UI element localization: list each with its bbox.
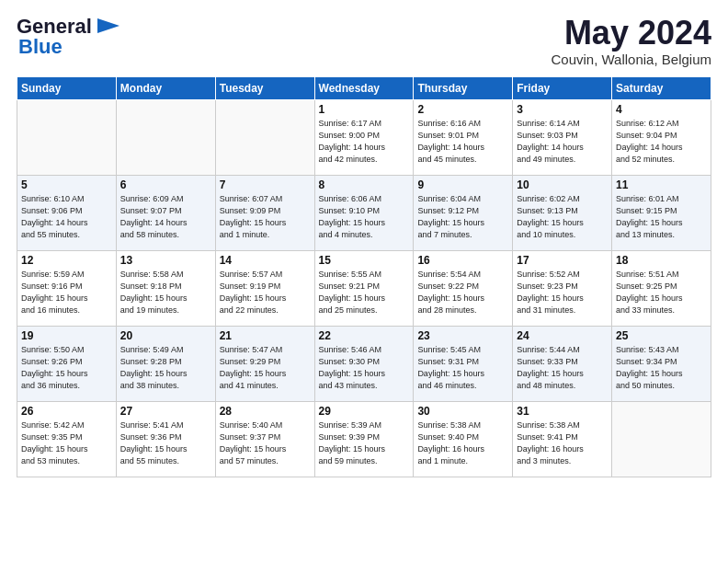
day-number: 21	[220, 329, 311, 342]
col-header-sunday: Sunday	[17, 76, 117, 99]
col-header-wednesday: Wednesday	[314, 76, 414, 99]
day-info: Sunrise: 6:14 AM Sunset: 9:03 PM Dayligh…	[517, 118, 608, 166]
logo-arrow-icon	[94, 17, 119, 37]
day-number: 11	[616, 178, 707, 191]
calendar-cell: 26Sunrise: 5:42 AM Sunset: 9:35 PM Dayli…	[17, 401, 117, 477]
day-number: 27	[120, 405, 211, 418]
day-info: Sunrise: 5:45 AM Sunset: 9:31 PM Dayligh…	[417, 344, 508, 392]
day-number: 22	[319, 329, 410, 342]
calendar-cell: 21Sunrise: 5:47 AM Sunset: 9:29 PM Dayli…	[215, 326, 314, 401]
day-info: Sunrise: 5:54 AM Sunset: 9:22 PM Dayligh…	[417, 269, 508, 316]
day-number: 13	[120, 254, 211, 267]
calendar-cell	[116, 99, 215, 175]
day-number: 4	[616, 103, 707, 116]
calendar-cell: 17Sunrise: 5:52 AM Sunset: 9:23 PM Dayli…	[513, 250, 612, 326]
day-info: Sunrise: 5:47 AM Sunset: 9:29 PM Dayligh…	[220, 344, 311, 392]
day-number: 18	[616, 254, 707, 267]
day-info: Sunrise: 6:17 AM Sunset: 9:00 PM Dayligh…	[319, 118, 410, 166]
header: General Blue May 2024 Couvin, Wallonia, …	[17, 15, 711, 67]
day-number: 24	[517, 329, 608, 342]
calendar-cell: 4Sunrise: 6:12 AM Sunset: 9:04 PM Daylig…	[612, 99, 711, 175]
calendar-cell: 5Sunrise: 6:10 AM Sunset: 9:06 PM Daylig…	[17, 175, 117, 250]
day-info: Sunrise: 5:38 AM Sunset: 9:41 PM Dayligh…	[517, 419, 608, 467]
day-number: 30	[417, 405, 508, 418]
day-number: 19	[21, 329, 112, 342]
calendar-cell: 7Sunrise: 6:07 AM Sunset: 9:09 PM Daylig…	[215, 175, 314, 250]
calendar-cell: 30Sunrise: 5:38 AM Sunset: 9:40 PM Dayli…	[414, 401, 513, 477]
day-number: 10	[517, 178, 608, 191]
day-info: Sunrise: 5:38 AM Sunset: 9:40 PM Dayligh…	[417, 419, 508, 467]
day-info: Sunrise: 5:52 AM Sunset: 9:23 PM Dayligh…	[517, 269, 608, 316]
day-info: Sunrise: 5:40 AM Sunset: 9:37 PM Dayligh…	[220, 419, 311, 467]
day-number: 2	[417, 103, 508, 116]
calendar-cell: 11Sunrise: 6:01 AM Sunset: 9:15 PM Dayli…	[612, 175, 711, 250]
calendar-cell: 15Sunrise: 5:55 AM Sunset: 9:21 PM Dayli…	[314, 250, 414, 326]
week-row-5: 26Sunrise: 5:42 AM Sunset: 9:35 PM Dayli…	[17, 401, 711, 477]
day-info: Sunrise: 5:51 AM Sunset: 9:25 PM Dayligh…	[616, 269, 707, 316]
page: General Blue May 2024 Couvin, Wallonia, …	[0, 0, 728, 563]
day-number: 26	[21, 405, 112, 418]
calendar-cell: 28Sunrise: 5:40 AM Sunset: 9:37 PM Dayli…	[215, 401, 314, 477]
calendar-cell: 29Sunrise: 5:39 AM Sunset: 9:39 PM Dayli…	[314, 401, 414, 477]
calendar-cell: 16Sunrise: 5:54 AM Sunset: 9:22 PM Dayli…	[414, 250, 513, 326]
day-number: 29	[319, 405, 410, 418]
day-number: 14	[220, 254, 311, 267]
calendar-cell: 10Sunrise: 6:02 AM Sunset: 9:13 PM Dayli…	[513, 175, 612, 250]
title-block: May 2024 Couvin, Wallonia, Belgium	[551, 15, 711, 67]
day-info: Sunrise: 5:58 AM Sunset: 9:18 PM Dayligh…	[120, 269, 211, 316]
calendar-cell: 22Sunrise: 5:46 AM Sunset: 9:30 PM Dayli…	[314, 326, 414, 401]
col-header-monday: Monday	[116, 76, 215, 99]
day-info: Sunrise: 6:16 AM Sunset: 9:01 PM Dayligh…	[417, 118, 508, 166]
logo-blue: Blue	[18, 35, 63, 59]
day-info: Sunrise: 5:46 AM Sunset: 9:30 PM Dayligh…	[319, 344, 410, 392]
day-info: Sunrise: 6:10 AM Sunset: 9:06 PM Dayligh…	[21, 193, 112, 241]
day-number: 1	[319, 103, 410, 116]
calendar-cell: 12Sunrise: 5:59 AM Sunset: 9:16 PM Dayli…	[17, 250, 117, 326]
col-header-tuesday: Tuesday	[215, 76, 314, 99]
calendar-cell: 13Sunrise: 5:58 AM Sunset: 9:18 PM Dayli…	[116, 250, 215, 326]
day-info: Sunrise: 5:39 AM Sunset: 9:39 PM Dayligh…	[319, 419, 410, 467]
calendar-cell: 18Sunrise: 5:51 AM Sunset: 9:25 PM Dayli…	[612, 250, 711, 326]
calendar-cell: 3Sunrise: 6:14 AM Sunset: 9:03 PM Daylig…	[513, 99, 612, 175]
calendar-cell: 31Sunrise: 5:38 AM Sunset: 9:41 PM Dayli…	[513, 401, 612, 477]
day-info: Sunrise: 6:04 AM Sunset: 9:12 PM Dayligh…	[417, 193, 508, 241]
calendar-cell: 1Sunrise: 6:17 AM Sunset: 9:00 PM Daylig…	[314, 99, 414, 175]
col-header-thursday: Thursday	[414, 76, 513, 99]
day-info: Sunrise: 5:42 AM Sunset: 9:35 PM Dayligh…	[21, 419, 112, 467]
day-info: Sunrise: 6:02 AM Sunset: 9:13 PM Dayligh…	[517, 193, 608, 241]
month-title: May 2024	[551, 15, 711, 52]
week-row-4: 19Sunrise: 5:50 AM Sunset: 9:26 PM Dayli…	[17, 326, 711, 401]
calendar-cell	[612, 401, 711, 477]
week-row-2: 5Sunrise: 6:10 AM Sunset: 9:06 PM Daylig…	[17, 175, 711, 250]
calendar-cell: 20Sunrise: 5:49 AM Sunset: 9:28 PM Dayli…	[116, 326, 215, 401]
calendar-cell	[17, 99, 117, 175]
day-info: Sunrise: 5:55 AM Sunset: 9:21 PM Dayligh…	[319, 269, 410, 316]
calendar-cell: 6Sunrise: 6:09 AM Sunset: 9:07 PM Daylig…	[116, 175, 215, 250]
day-info: Sunrise: 6:07 AM Sunset: 9:09 PM Dayligh…	[220, 193, 311, 241]
calendar-cell: 25Sunrise: 5:43 AM Sunset: 9:34 PM Dayli…	[612, 326, 711, 401]
day-number: 5	[21, 178, 112, 191]
day-number: 8	[319, 178, 410, 191]
day-number: 23	[417, 329, 508, 342]
day-info: Sunrise: 6:09 AM Sunset: 9:07 PM Dayligh…	[120, 193, 211, 241]
day-number: 20	[120, 329, 211, 342]
day-info: Sunrise: 5:43 AM Sunset: 9:34 PM Dayligh…	[616, 344, 707, 392]
calendar-cell	[215, 99, 314, 175]
col-header-saturday: Saturday	[612, 76, 711, 99]
day-number: 17	[517, 254, 608, 267]
calendar-header-row: SundayMondayTuesdayWednesdayThursdayFrid…	[17, 76, 711, 99]
location: Couvin, Wallonia, Belgium	[551, 52, 711, 67]
calendar-cell: 2Sunrise: 6:16 AM Sunset: 9:01 PM Daylig…	[414, 99, 513, 175]
calendar-cell: 8Sunrise: 6:06 AM Sunset: 9:10 PM Daylig…	[314, 175, 414, 250]
day-number: 28	[220, 405, 311, 418]
day-number: 6	[120, 178, 211, 191]
day-number: 15	[319, 254, 410, 267]
calendar-cell: 14Sunrise: 5:57 AM Sunset: 9:19 PM Dayli…	[215, 250, 314, 326]
day-info: Sunrise: 6:06 AM Sunset: 9:10 PM Dayligh…	[319, 193, 410, 241]
day-number: 31	[517, 405, 608, 418]
day-number: 25	[616, 329, 707, 342]
calendar-cell: 23Sunrise: 5:45 AM Sunset: 9:31 PM Dayli…	[414, 326, 513, 401]
calendar-cell: 9Sunrise: 6:04 AM Sunset: 9:12 PM Daylig…	[414, 175, 513, 250]
day-number: 16	[417, 254, 508, 267]
day-info: Sunrise: 5:41 AM Sunset: 9:36 PM Dayligh…	[120, 419, 211, 467]
